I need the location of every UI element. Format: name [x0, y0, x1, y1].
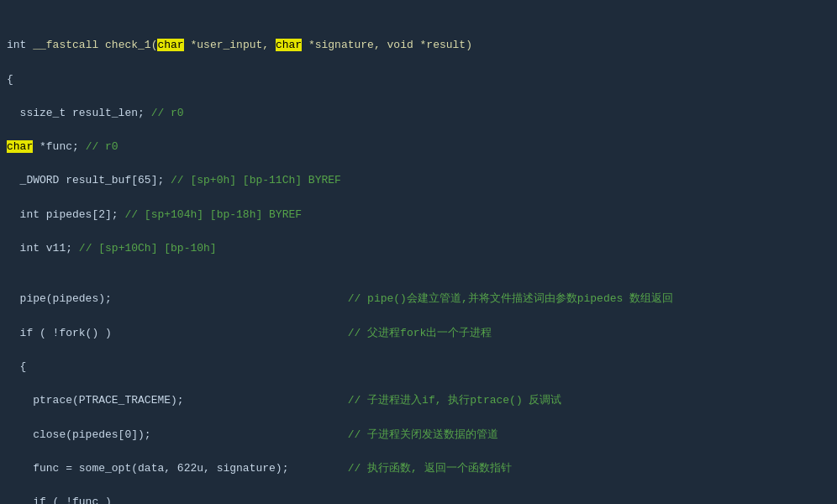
code-line-6: int pipedes[2]; // [sp+104h] [bp-18h] BY…	[7, 207, 830, 223]
code-line-15: if ( !func )	[7, 494, 830, 504]
code-line-14: func = some_opt(data, 622u, signature); …	[7, 460, 830, 477]
code-line-9: pipe(pipedes); // pipe()会建立管道,并将文件描述词由参数…	[7, 291, 830, 307]
code-line-11: {	[7, 359, 830, 375]
code-line-1: int __fastcall check_1(char *user_input,…	[7, 37, 830, 54]
code-line-12: ptrace(PTRACE_TRACEME); // 子进程进入if, 执行pt…	[7, 392, 830, 409]
code-line-7: int v11; // [sp+10Ch] [bp-10h]	[7, 240, 830, 257]
code-line-10: if ( !fork() ) // 父进程fork出一个子进程	[7, 325, 830, 342]
code-line-3: ssize_t result_len; // r0	[7, 105, 830, 122]
code-line-5: _DWORD result_buf[65]; // [sp+0h] [bp-11…	[7, 172, 830, 189]
code-view: int __fastcall check_1(char *user_input,…	[0, 0, 837, 504]
code-line-13: close(pipedes[0]); // 子进程关闭发送数据的管道	[7, 427, 830, 444]
code-line-4: char *func; // r0	[7, 139, 830, 155]
code-line-2: {	[7, 71, 830, 88]
